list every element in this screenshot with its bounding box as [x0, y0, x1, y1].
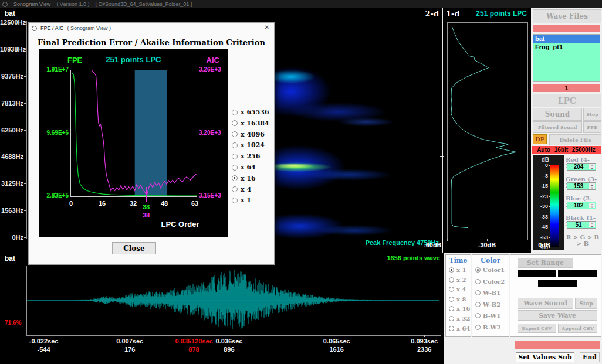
export-csv-button[interactable]: Export CSV — [518, 324, 556, 333]
rgb-spinner[interactable]: ▲▼ — [589, 222, 595, 227]
rgb-value-field[interactable]: 51▲▼ — [567, 221, 596, 229]
radio-option[interactable]: Color1 — [475, 267, 505, 273]
radio-option[interactable]: x 2 — [449, 277, 466, 283]
time-axis-sec-label: 0.036sec — [202, 338, 255, 345]
rgb-spinner[interactable]: ▲▼ — [589, 164, 595, 169]
radio-option[interactable]: Color2 — [475, 278, 505, 285]
filtered-sound-button[interactable]: Filtered Sound — [533, 121, 582, 133]
spinner-down-icon[interactable]: ▼ — [589, 225, 595, 228]
radio-icon[interactable] — [232, 165, 238, 171]
zoom-radio-option[interactable]: x 16 — [232, 175, 256, 182]
zoom-radio-option[interactable]: x 1 — [232, 196, 251, 204]
radio-icon[interactable] — [475, 313, 481, 318]
wave-sound-button[interactable]: Wave Sound — [518, 298, 573, 309]
radio-icon[interactable] — [475, 325, 481, 330]
sound-stop-label: Stop — [586, 111, 598, 117]
radio-option[interactable]: x 8 — [449, 296, 466, 302]
delete-file-button[interactable]: Delete File — [549, 134, 601, 145]
range-groupbox: Set Range Wave Sound Stop Save Wave Expo… — [510, 254, 601, 337]
time-axis-sec-label: -0.022sec — [18, 338, 70, 345]
sound-button[interactable]: Sound — [533, 108, 582, 121]
rgb-spinner[interactable]: ▲▼ — [589, 183, 595, 189]
lpc-count-field[interactable]: 1 — [533, 84, 600, 92]
radio-icon[interactable] — [449, 326, 454, 331]
wave-file-item[interactable]: Frog_pt1 — [533, 43, 600, 51]
range-value-field-1[interactable] — [518, 270, 556, 277]
set-values-sub-button[interactable]: Set Values Sub — [516, 352, 574, 362]
dialog-close-button[interactable]: Close — [112, 242, 156, 254]
radio-label: W-B1 — [483, 290, 500, 296]
zoom-radio-option[interactable]: x 1024 — [232, 141, 265, 149]
zoom-radio-option[interactable]: x 64 — [232, 164, 256, 171]
radio-option[interactable]: x 64 — [449, 325, 470, 332]
wave-files-button[interactable]: Wave Files — [533, 9, 601, 23]
lpc-order-tick: 63 — [188, 200, 202, 207]
os-titlebar[interactable]: Sonogram View ( Version 1.0 ) [ C#Sound3… — [0, 0, 602, 8]
radio-option[interactable]: B-W2 — [475, 324, 500, 331]
sound-stop-button[interactable]: Stop — [583, 108, 601, 121]
save-wave-button[interactable]: Save Wave — [518, 310, 597, 321]
wave-file-item[interactable]: bat — [533, 35, 600, 43]
radio-icon[interactable] — [232, 120, 238, 126]
zoom-radio-option[interactable]: x 16384 — [232, 120, 269, 127]
waveform-canvas[interactable] — [26, 266, 441, 336]
radio-option[interactable]: x 16 — [449, 305, 470, 312]
radio-option[interactable]: W-B2 — [475, 301, 500, 308]
radio-icon[interactable] — [232, 142, 238, 148]
time-axis-sample-label: 2336 — [398, 346, 451, 353]
range-value-field-2[interactable] — [558, 270, 597, 277]
zoom-radio-option[interactable]: x 4 — [232, 186, 251, 193]
spinner-down-icon[interactable]: ▼ — [589, 206, 595, 209]
radio-option[interactable]: x 4 — [449, 286, 466, 292]
radio-icon[interactable] — [475, 279, 481, 284]
range-value-field-3[interactable] — [538, 280, 577, 287]
radio-icon[interactable] — [232, 186, 238, 192]
rgb-value-field[interactable]: 153▲▼ — [567, 182, 596, 190]
freq-label: 4688Hz — [0, 153, 23, 160]
radio-icon[interactable] — [232, 131, 238, 137]
freq-label: 0Hz — [0, 234, 23, 241]
zoom-radio-option[interactable]: x 65536 — [232, 108, 269, 116]
radio-icon[interactable] — [232, 198, 238, 203]
radio-icon[interactable] — [449, 297, 454, 302]
radio-option[interactable]: B-W1 — [475, 312, 500, 319]
set-range-label: Set Range — [527, 259, 564, 267]
radio-label: x 16 — [456, 305, 470, 312]
radio-icon[interactable] — [449, 277, 454, 283]
radio-icon[interactable] — [475, 302, 481, 307]
rgb-value: 102 — [567, 202, 590, 209]
spinner-down-icon[interactable]: ▼ — [589, 167, 595, 170]
radio-icon[interactable] — [232, 175, 238, 181]
dialog-titlebar[interactable]: FPE / AIC ( Sonogram View ) ✕ — [29, 23, 274, 33]
radio-icon[interactable] — [232, 154, 238, 159]
dialog-close-icon[interactable]: ✕ — [265, 24, 269, 30]
radio-icon[interactable] — [449, 287, 454, 292]
wave-sound-label: Wave Sound — [523, 300, 567, 307]
wave-stop-button[interactable]: Stop — [575, 298, 597, 309]
zoom-radio-option[interactable]: x 4096 — [232, 131, 265, 138]
zoom-radio-option[interactable]: x 256 — [232, 152, 260, 160]
fpe-button[interactable]: FPE — [583, 121, 601, 133]
spinner-down-icon[interactable]: ▼ — [589, 186, 595, 189]
freq-label: 7813Hz — [0, 100, 23, 107]
radio-icon[interactable] — [232, 110, 238, 115]
radio-icon[interactable] — [475, 290, 481, 295]
append-csv-button[interactable]: Append CSV — [558, 324, 597, 333]
rgb-value-field[interactable]: 102▲▼ — [567, 202, 596, 209]
end-button[interactable]: End — [580, 352, 600, 362]
radio-option[interactable]: W-B1 — [475, 290, 500, 296]
1d-plot[interactable] — [447, 22, 528, 240]
set-range-button[interactable]: Set Range — [518, 258, 573, 268]
radio-icon[interactable] — [475, 267, 481, 273]
rgb-spinner[interactable]: ▲▼ — [589, 203, 595, 208]
radio-icon[interactable] — [449, 316, 454, 321]
radio-icon[interactable] — [449, 267, 454, 273]
df-button[interactable]: DF — [533, 134, 547, 144]
waveform-cursor[interactable] — [229, 266, 229, 334]
lpc-button[interactable]: LPC — [533, 94, 601, 107]
radio-option[interactable]: x 32 — [449, 315, 470, 322]
radio-option[interactable]: x 1 — [449, 267, 466, 273]
rgb-value-field[interactable]: 204▲▼ — [567, 163, 596, 171]
radio-icon[interactable] — [449, 306, 454, 311]
wave-file-list[interactable]: batFrog_pt1 — [533, 34, 600, 82]
